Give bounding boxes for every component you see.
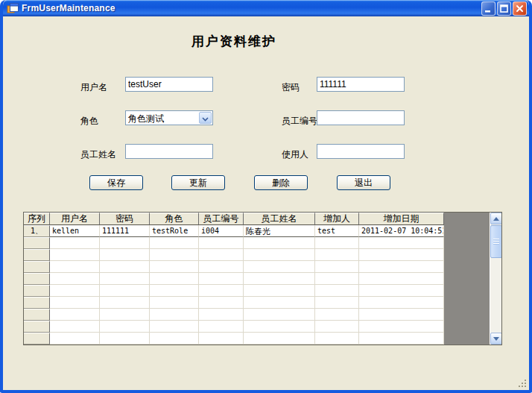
row-header-cell[interactable] bbox=[24, 285, 50, 297]
grid-cell[interactable] bbox=[100, 237, 150, 249]
grid-cell[interactable] bbox=[100, 321, 150, 333]
grid-cell[interactable] bbox=[100, 261, 150, 273]
role-dropdown-button[interactable] bbox=[199, 112, 212, 124]
grid-cell[interactable] bbox=[244, 237, 315, 249]
grid-cell[interactable] bbox=[359, 249, 444, 261]
grid-cell[interactable] bbox=[150, 249, 199, 261]
grid-cell[interactable] bbox=[150, 237, 199, 249]
exit-button[interactable]: 退出 bbox=[337, 175, 390, 190]
row-header-cell[interactable]: 1、 bbox=[24, 225, 50, 237]
grid-cell[interactable] bbox=[244, 249, 315, 261]
scrollbar-thumb[interactable] bbox=[490, 225, 502, 258]
grid-cell[interactable] bbox=[150, 297, 199, 309]
grid-cell[interactable] bbox=[199, 333, 244, 345]
grid-cell[interactable] bbox=[150, 261, 199, 273]
grid-cell[interactable] bbox=[50, 333, 100, 345]
username-input[interactable] bbox=[125, 77, 213, 92]
grid-cell[interactable] bbox=[50, 249, 100, 261]
grid-cell[interactable] bbox=[315, 249, 359, 261]
table-row[interactable] bbox=[24, 237, 501, 249]
grid-cell[interactable] bbox=[150, 273, 199, 285]
grid-cell[interactable] bbox=[244, 333, 315, 345]
grid-cell[interactable] bbox=[100, 285, 150, 297]
table-row[interactable] bbox=[24, 333, 501, 345]
grid-cell[interactable] bbox=[359, 297, 444, 309]
grid-cell[interactable] bbox=[359, 273, 444, 285]
grid-cell[interactable] bbox=[50, 321, 100, 333]
grid-cell[interactable] bbox=[315, 297, 359, 309]
maximize-button[interactable] bbox=[497, 1, 511, 16]
grid-cell[interactable] bbox=[315, 333, 359, 345]
row-header-cell[interactable] bbox=[24, 321, 50, 333]
table-row[interactable] bbox=[24, 273, 501, 285]
operator-input[interactable] bbox=[317, 144, 405, 159]
grid-cell[interactable] bbox=[199, 273, 244, 285]
grid-cell[interactable] bbox=[244, 261, 315, 273]
grid-cell[interactable] bbox=[150, 333, 199, 345]
grid-cell[interactable]: i004 bbox=[199, 225, 244, 237]
grid-cell[interactable] bbox=[315, 309, 359, 321]
grid-cell[interactable]: test bbox=[315, 225, 359, 237]
grid-cell[interactable] bbox=[315, 285, 359, 297]
grid-cell[interactable] bbox=[150, 321, 199, 333]
table-row[interactable] bbox=[24, 297, 501, 309]
grid-cell[interactable] bbox=[199, 249, 244, 261]
table-row[interactable] bbox=[24, 261, 501, 273]
delete-button[interactable]: 删除 bbox=[254, 175, 308, 190]
role-combobox[interactable]: 角色测试 bbox=[125, 110, 213, 125]
minimize-button[interactable] bbox=[481, 1, 495, 16]
grid-cell[interactable] bbox=[359, 237, 444, 249]
grid-cell[interactable] bbox=[199, 321, 244, 333]
password-input[interactable] bbox=[317, 77, 405, 92]
grid-cell[interactable] bbox=[199, 237, 244, 249]
grid-cell[interactable] bbox=[315, 273, 359, 285]
grid-cell[interactable] bbox=[100, 333, 150, 345]
grid-cell[interactable] bbox=[50, 297, 100, 309]
grid-cell[interactable] bbox=[359, 333, 444, 345]
grid-cell[interactable]: 111111 bbox=[100, 225, 150, 237]
table-row[interactable] bbox=[24, 285, 501, 297]
scroll-down-button[interactable] bbox=[490, 333, 502, 345]
grid-cell[interactable] bbox=[315, 261, 359, 273]
row-header-cell[interactable] bbox=[24, 309, 50, 321]
resize-grip[interactable] bbox=[519, 380, 528, 389]
grid-cell[interactable]: 2011-02-07 10:04:51 bbox=[359, 225, 444, 237]
grid-cell[interactable] bbox=[244, 273, 315, 285]
grid-cell[interactable] bbox=[244, 309, 315, 321]
table-row[interactable] bbox=[24, 309, 501, 321]
row-header-cell[interactable] bbox=[24, 297, 50, 309]
grid-cell[interactable] bbox=[359, 309, 444, 321]
table-row[interactable]: 1、kellen111111testRolei004陈春光test2011-02… bbox=[24, 225, 501, 237]
grid-cell[interactable]: 陈春光 bbox=[244, 225, 315, 237]
grid-cell[interactable] bbox=[50, 273, 100, 285]
grid-cell[interactable] bbox=[199, 309, 244, 321]
table-row[interactable] bbox=[24, 321, 501, 333]
grid-cell[interactable] bbox=[359, 285, 444, 297]
close-button[interactable] bbox=[513, 1, 527, 16]
row-header-cell[interactable] bbox=[24, 237, 50, 249]
update-button[interactable]: 更新 bbox=[171, 175, 225, 190]
grid-cell[interactable] bbox=[100, 249, 150, 261]
grid-cell[interactable] bbox=[244, 285, 315, 297]
save-button[interactable]: 保存 bbox=[89, 175, 143, 190]
grid-cell[interactable] bbox=[50, 309, 100, 321]
grid-cell[interactable] bbox=[244, 321, 315, 333]
grid-cell[interactable] bbox=[50, 237, 100, 249]
scroll-up-button[interactable] bbox=[490, 213, 502, 224]
grid-cell[interactable] bbox=[199, 297, 244, 309]
grid-cell[interactable] bbox=[50, 261, 100, 273]
grid-cell[interactable] bbox=[315, 237, 359, 249]
grid-cell[interactable] bbox=[359, 261, 444, 273]
grid-cell[interactable] bbox=[100, 297, 150, 309]
row-header-cell[interactable] bbox=[24, 333, 50, 345]
grid-cell[interactable]: kellen bbox=[50, 225, 100, 237]
grid-cell[interactable]: testRole bbox=[150, 225, 199, 237]
row-header-cell[interactable] bbox=[24, 261, 50, 273]
grid-cell[interactable] bbox=[150, 309, 199, 321]
grid-cell[interactable] bbox=[100, 309, 150, 321]
grid-cell[interactable] bbox=[359, 321, 444, 333]
table-row[interactable] bbox=[24, 249, 501, 261]
grid-cell[interactable] bbox=[50, 285, 100, 297]
grid-vertical-scrollbar[interactable] bbox=[490, 213, 501, 345]
employee-no-input[interactable] bbox=[317, 110, 405, 125]
